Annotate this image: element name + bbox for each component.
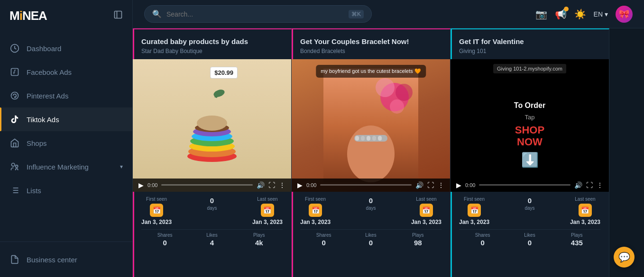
stat-first-seen-1: First seen 📅 Jan 3, 2023 — [141, 197, 172, 225]
svg-point-6 — [16, 165, 18, 168]
fullscreen-button-3[interactable]: ⛶ — [586, 181, 593, 189]
volume-button-1[interactable]: 🔊 — [257, 181, 265, 189]
pinterest-icon — [9, 90, 20, 101]
svg-point-23 — [347, 125, 395, 182]
video-controls-3: ▶ 0:00 🔊 ⛶ ⋮ — [451, 179, 609, 192]
card-subtitle-3: Giving 101 — [459, 48, 600, 54]
fullscreen-button-1[interactable]: ⛶ — [268, 181, 275, 189]
sidebar-item-lists[interactable]: Lists — [0, 179, 132, 202]
progress-bar-2[interactable] — [320, 184, 412, 186]
fullscreen-button-2[interactable]: ⛶ — [427, 181, 434, 189]
play-button-2[interactable]: ▶ — [297, 181, 303, 189]
more-button-1[interactable]: ⋮ — [279, 181, 285, 189]
avatar[interactable]: 🎀 — [616, 6, 633, 23]
more-button-3[interactable]: ⋮ — [597, 181, 603, 189]
price-tag-1: $20.99 — [210, 67, 238, 79]
language-selector[interactable]: EN ▾ — [594, 10, 608, 18]
nav-items: Dashboard Facebook Ads Pinterest Ads — [0, 32, 132, 241]
stat-days-3: 0 days — [515, 197, 544, 211]
svg-rect-28 — [372, 136, 376, 141]
card-subtitle-1: Star Dad Baby Boutique — [141, 48, 283, 54]
facebook-icon — [9, 67, 20, 77]
search-input[interactable] — [166, 10, 344, 18]
progress-bar-1[interactable] — [161, 184, 253, 186]
stat-plays-1: Plays 4k — [236, 232, 283, 247]
stat-row-dates-3: First seen 📅 Jan 3, 2023 0 days Last see… — [459, 197, 600, 225]
sidebar-item-dashboard[interactable]: Dashboard — [0, 36, 132, 60]
stat-row-counts-3: Shares 0 Likes 0 Plays 435 — [459, 229, 600, 247]
more-button-2[interactable]: ⋮ — [438, 181, 444, 189]
sidebar-item-dashboard-label: Dashboard — [27, 45, 61, 53]
progress-bar-3[interactable] — [479, 184, 570, 186]
sidebar-item-influence-marketing[interactable]: Influence Marketing ▾ — [0, 155, 132, 179]
stat-first-seen-3: First seen 📅 Jan 3, 2023 — [459, 197, 489, 225]
last-seen-date-2: Jan 3, 2023 — [411, 219, 442, 225]
card-subtitle-2: Bonded Bracelets — [300, 48, 442, 54]
sidebar-item-shops[interactable]: Shops — [0, 131, 132, 155]
card-header-3: Get IT for Valentine Giving 101 — [451, 29, 609, 59]
lists-icon — [9, 185, 20, 196]
play-button-3[interactable]: ▶ — [456, 181, 461, 189]
stat-row-counts-2: Shares 0 Likes 0 Plays 98 — [300, 229, 442, 247]
card-stats-1: First seen 📅 Jan 3, 2023 0 days Last see… — [133, 192, 291, 253]
tiktok-icon — [9, 114, 20, 125]
video-3[interactable]: Giving 101-2.myshopify.com To Order Tap … — [451, 59, 609, 192]
sidebar-collapse-button[interactable] — [113, 10, 123, 22]
stat-days-1: 0 days — [198, 197, 226, 211]
last-seen-icon-3: 📅 — [579, 204, 592, 217]
sidebar-item-pinterest-ads[interactable]: Pinterest Ads — [0, 84, 132, 107]
svg-rect-0 — [115, 11, 122, 18]
overlay-text-2: my boyfriend got us the cutest bracelets… — [316, 65, 426, 78]
language-label: EN — [594, 10, 603, 18]
stat-days-2: 0 days — [357, 197, 385, 211]
first-seen-icon-2: 📅 — [309, 204, 322, 217]
logo[interactable]: MiNEA — [9, 9, 47, 23]
stat-row-dates-2: First seen 📅 Jan 3, 2023 0 days Last see… — [300, 197, 442, 225]
svg-point-32 — [396, 84, 413, 101]
stat-first-seen-2: First seen 📅 Jan 3, 2023 — [300, 197, 331, 225]
card-title-1: Curated baby products by dads — [141, 37, 283, 46]
video-1[interactable]: $20.99 — [133, 59, 291, 192]
sidebar-item-facebook-ads[interactable]: Facebook Ads — [0, 60, 132, 84]
svg-point-31 — [376, 78, 395, 97]
chevron-down-icon: ▾ — [120, 163, 123, 170]
stat-last-seen-3: Last seen 📅 Jan 3, 2023 — [570, 197, 600, 225]
first-seen-date-1: Jan 3, 2023 — [141, 219, 172, 225]
stat-row-counts-1: Shares 0 Likes 4 Plays 4k — [141, 229, 283, 247]
bracelet-visual-2 — [323, 69, 418, 182]
sidebar-bottom: Business center — [0, 241, 132, 277]
svg-rect-24 — [354, 135, 387, 142]
play-button-1[interactable]: ▶ — [138, 181, 144, 189]
camera-button[interactable]: 📷 — [535, 9, 547, 20]
search-bar[interactable]: 🔍 ⌘K — [144, 5, 372, 23]
sidebar-item-business-center[interactable]: Business center — [9, 250, 123, 269]
first-seen-date-3: Jan 3, 2023 — [459, 219, 489, 225]
language-chevron-icon: ▾ — [605, 10, 608, 18]
video-controls-1: ▶ 0:00 🔊 ⛶ ⋮ — [133, 179, 291, 192]
sidebar-item-facebook-ads-label: Facebook Ads — [27, 68, 72, 76]
business-icon — [9, 254, 20, 265]
svg-rect-27 — [367, 136, 370, 141]
arrow-down-icon-3: ⬇️ — [521, 152, 539, 168]
video-controls-2: ▶ 0:00 🔊 ⛶ ⋮ — [292, 179, 450, 192]
sidebar-item-influence-marketing-label: Influence Marketing — [27, 163, 89, 171]
search-shortcut: ⌘K — [349, 10, 364, 18]
theme-toggle-button[interactable]: ☀️ — [574, 9, 586, 20]
first-seen-icon-3: 📅 — [468, 204, 481, 217]
first-seen-date-2: Jan 3, 2023 — [300, 219, 331, 225]
notifications-button[interactable]: 📢 — [555, 9, 567, 20]
chat-button[interactable]: 💬 — [614, 247, 635, 268]
influence-icon — [9, 161, 20, 172]
last-seen-date-1: Jan 3, 2023 — [252, 219, 283, 225]
stat-shares-3: Shares 0 — [459, 232, 506, 247]
svg-rect-29 — [378, 136, 382, 141]
header: 🔍 ⌘K 📷 📢 ☀️ EN ▾ 🎀 — [133, 0, 644, 28]
sidebar-item-tiktok-ads[interactable]: Tiktok Ads — [0, 107, 132, 131]
volume-button-2[interactable]: 🔊 — [415, 181, 423, 189]
main-content: 🔍 ⌘K 📷 📢 ☀️ EN ▾ 🎀 Curated ba — [133, 0, 644, 277]
video-2[interactable]: my boyfriend got us the cutest bracelets… — [292, 59, 450, 192]
card-header-1: Curated baby products by dads Star Dad B… — [133, 29, 291, 59]
svg-point-33 — [390, 99, 404, 114]
sidebar-item-tiktok-ads-label: Tiktok Ads — [27, 116, 59, 124]
volume-button-3[interactable]: 🔊 — [574, 181, 582, 189]
